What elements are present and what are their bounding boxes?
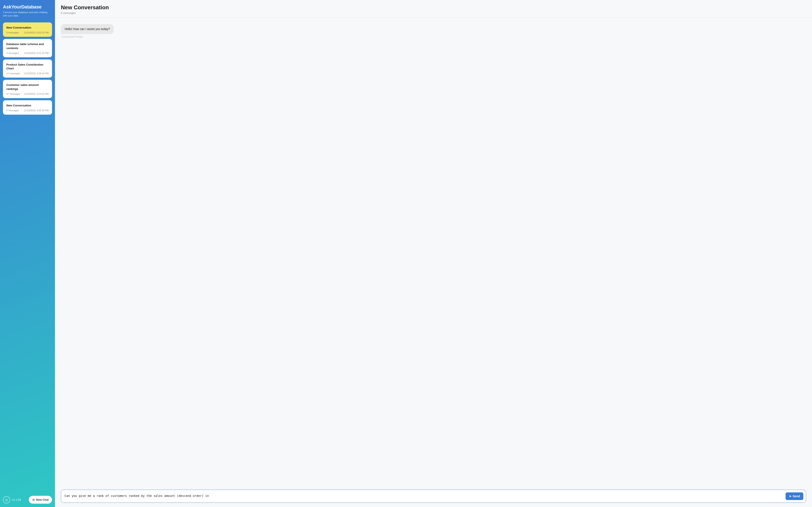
main-panel: New Conversation 0 messages Hello! How c… — [55, 0, 812, 507]
conversation-card[interactable]: Customer sales amount rankings 37 messag… — [3, 80, 52, 98]
sidebar: AskYourDatabase Connect your database an… — [0, 0, 55, 507]
conv-card-title: Database table schema and contents — [6, 42, 49, 50]
conv-card-meta: 3 messages 11/19/2023, 5:51:33 PM — [6, 52, 49, 54]
conv-card-messages: 0 messages — [6, 109, 19, 112]
conv-card-meta: 17 messages 11/19/2023, 5:28:24 PM — [6, 72, 49, 75]
conv-card-meta: 37 messages 11/19/2023, 5:23:02 PM — [6, 93, 49, 95]
sidebar-brand: AskYourDatabase Connect your database an… — [3, 4, 52, 17]
main-header: New Conversation 0 messages — [55, 0, 812, 18]
messages-area: Hello! How can I assist you today? Conte… — [55, 18, 812, 486]
conv-card-title: Customer sales amount rankings — [6, 83, 49, 91]
conv-card-messages: 0 messages — [6, 31, 19, 34]
conv-card-title: New Conversation — [6, 104, 49, 107]
conversation-card[interactable]: Database table schema and contents 3 mes… — [3, 39, 52, 57]
conv-card-time: 11/19/2023, 5:02:50 PM — [24, 109, 49, 112]
input-container: ➤ Send — [61, 490, 806, 503]
contextual-prompt-label: Contextual Prompt — [61, 35, 83, 38]
version-text: v1.1.29 — [12, 498, 21, 501]
assistant-bubble: Hello! How can I assist you today? — [61, 24, 114, 34]
conv-card-meta: 0 messages 11/19/2023, 6:02:32 PM — [6, 31, 49, 34]
message-count: 0 messages — [61, 11, 806, 15]
new-chat-label: New Chat — [36, 498, 49, 501]
conversation-card[interactable]: New Conversation 0 messages 11/19/2023, … — [3, 22, 52, 37]
conv-card-title: New Conversation — [6, 26, 49, 30]
conv-card-messages: 3 messages — [6, 52, 19, 54]
conversation-title: New Conversation — [61, 4, 806, 11]
conv-card-time: 11/19/2023, 6:02:32 PM — [24, 31, 49, 34]
conversation-card[interactable]: New Conversation 0 messages 11/19/2023, … — [3, 100, 52, 115]
send-icon: ➤ — [789, 495, 792, 498]
chat-input[interactable] — [64, 494, 784, 499]
brand-subtitle: Connect your database and start chatting… — [3, 11, 52, 17]
conv-card-meta: 0 messages 11/19/2023, 5:02:50 PM — [6, 109, 49, 112]
send-label: Send — [793, 495, 800, 498]
new-chat-button[interactable]: ⊕ New Chat — [29, 496, 52, 504]
conv-card-time: 11/19/2023, 5:28:24 PM — [24, 72, 49, 75]
conv-card-title: Product Sales Contribution Chart — [6, 63, 49, 70]
version-icon: ◎ — [3, 496, 10, 503]
conversations-list: New Conversation 0 messages 11/19/2023, … — [3, 22, 52, 491]
assistant-message: Hello! How can I assist you today? Conte… — [61, 24, 150, 38]
input-area: ➤ Send — [55, 486, 812, 507]
conv-card-messages: 37 messages — [6, 93, 20, 95]
conv-card-time: 11/19/2023, 5:51:33 PM — [24, 52, 49, 54]
version-badge: ◎ v1.1.29 — [3, 496, 21, 503]
sidebar-footer: ◎ v1.1.29 ⊕ New Chat — [3, 494, 52, 504]
new-chat-icon: ⊕ — [32, 498, 35, 502]
brand-title: AskYourDatabase — [3, 4, 52, 10]
conversation-card[interactable]: Product Sales Contribution Chart 17 mess… — [3, 59, 52, 77]
conv-card-time: 11/19/2023, 5:23:02 PM — [24, 93, 49, 95]
send-button[interactable]: ➤ Send — [786, 492, 803, 500]
conv-card-messages: 17 messages — [6, 72, 20, 75]
